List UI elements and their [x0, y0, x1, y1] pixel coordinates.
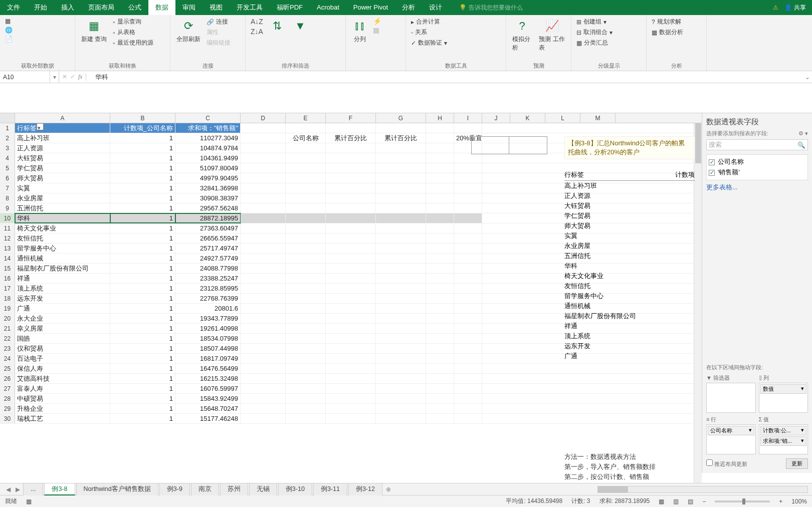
column-header-H[interactable]: H — [426, 113, 454, 123]
sort-desc[interactable]: Z↓A — [250, 27, 264, 36]
column-area[interactable]: 数值▾ — [759, 383, 808, 413]
cell-company[interactable]: 保信人寿 — [15, 364, 110, 373]
from-access[interactable]: ▦ — [4, 17, 14, 25]
from-table[interactable]: ▫ 从表格 — [112, 28, 154, 37]
column-header-K[interactable]: K — [510, 113, 545, 123]
zoom-level[interactable]: 100% — [791, 498, 807, 505]
cell-sales[interactable]: 26656.55947 — [175, 233, 241, 243]
row-header-14[interactable]: 14 — [0, 254, 15, 263]
recent-sources[interactable]: ▫ 最近使用的源 — [112, 38, 154, 48]
column-header-A[interactable]: A — [15, 113, 110, 123]
cell-company[interactable]: 富泰人寿 — [15, 384, 110, 393]
cell-sales[interactable]: 29567.56248 — [175, 203, 241, 213]
column-header-D[interactable]: D — [241, 113, 286, 123]
row-header-21[interactable]: 21 — [0, 324, 15, 333]
row-26[interactable]: 26艾德高科技116215.32498 — [0, 374, 702, 384]
row-header-8[interactable]: 8 — [0, 193, 15, 203]
row-header-11[interactable]: 11 — [0, 223, 15, 233]
cell-sales[interactable]: 15843.92499 — [175, 394, 241, 403]
row-area[interactable]: 公司名称▾ — [706, 424, 756, 454]
cell-sales[interactable]: 19261.40998 — [175, 324, 241, 333]
row-header-23[interactable]: 23 — [0, 344, 15, 353]
row-header-30[interactable]: 30 — [0, 414, 15, 423]
cell-count[interactable]: 1 — [110, 394, 175, 403]
row-header-26[interactable]: 26 — [0, 374, 15, 383]
forecast-button[interactable]: 📈预测 工作表 — [537, 17, 567, 53]
cell-company[interactable]: 幸义房屋 — [15, 324, 110, 333]
cell-count[interactable]: 1 — [110, 384, 175, 393]
cell-company[interactable]: 正人资源 — [15, 143, 110, 153]
cell-sales[interactable]: 28872.18995 — [175, 213, 241, 223]
view-normal-icon[interactable]: ▦ — [659, 498, 664, 505]
cell-company[interactable]: 广通 — [15, 304, 110, 313]
row-header-1[interactable]: 1 — [0, 123, 15, 133]
cell-sales[interactable]: 18534.07998 — [175, 334, 241, 343]
row-pill-company[interactable]: 公司名称▾ — [708, 426, 754, 435]
cell-count[interactable]: 1 — [110, 254, 175, 263]
cell-count[interactable]: 1 — [110, 374, 175, 383]
cell-company[interactable]: 椅天文化事业 — [15, 223, 110, 233]
sheet-tab-7[interactable]: 例3-10 — [278, 483, 312, 495]
cell-sales[interactable]: 27363.60497 — [175, 223, 241, 233]
cell-company[interactable]: 永业房屋 — [15, 193, 110, 203]
enter-icon[interactable]: ✓ — [70, 73, 75, 81]
cell-company[interactable]: 仪和贸易 — [15, 344, 110, 353]
filter-dropdown-icon[interactable] — [37, 123, 44, 130]
cell-sales[interactable]: 110277.3049 — [175, 133, 241, 143]
cell-company[interactable]: 顶上系统 — [15, 284, 110, 293]
cell-sales[interactable]: 30908.38397 — [175, 193, 241, 203]
row-header-9[interactable]: 9 — [0, 203, 15, 213]
sheet-tab-0[interactable]: ... — [23, 483, 43, 495]
row-header-20[interactable]: 20 — [0, 314, 15, 323]
cell-company[interactable]: 留学服务中心 — [15, 243, 110, 253]
field-pane-gear-icon[interactable]: ⚙ ▾ — [798, 130, 808, 137]
sort-asc[interactable]: A↓Z — [250, 17, 264, 26]
row-header-15[interactable]: 15 — [0, 264, 15, 273]
column-header-M[interactable]: M — [580, 113, 616, 123]
cell-sales[interactable]: 18507.44998 — [175, 344, 241, 353]
cell-company[interactable]: 友恒信托 — [15, 233, 110, 243]
sheet-tab-6[interactable]: 无锡 — [249, 483, 277, 495]
field-search[interactable]: 搜索 🔍 — [706, 139, 808, 150]
zoom-slider[interactable] — [715, 500, 770, 502]
data-validation[interactable]: ✓ 数据验证 ▾ — [410, 38, 448, 48]
formula-input[interactable]: 华科 — [92, 73, 803, 82]
cell-count[interactable]: 1 — [110, 193, 175, 203]
cell-count[interactable]: 1 — [110, 274, 175, 283]
flash-fill-icon[interactable]: ⚡ — [373, 17, 381, 25]
row-header-10[interactable]: 10 — [0, 213, 15, 223]
ribbon-tab-9[interactable]: 福昕PDF — [270, 0, 310, 15]
column-header-I[interactable]: I — [454, 113, 482, 123]
cell-sales[interactable]: 22768.76399 — [175, 294, 241, 303]
ribbon-tab-8[interactable]: 开发工具 — [230, 0, 270, 15]
cell-count[interactable]: 1 — [110, 223, 175, 233]
macro-record-icon[interactable]: ▦ — [26, 498, 32, 505]
cell-count[interactable]: 1 — [110, 334, 175, 343]
horizontal-scrollbar[interactable] — [597, 486, 808, 493]
row-header-27[interactable]: 27 — [0, 384, 15, 393]
cell-sales[interactable]: 104874.9784 — [175, 143, 241, 153]
cell-company[interactable]: 五洲信托 — [15, 203, 110, 213]
cell-company[interactable]: 艾德高科技 — [15, 374, 110, 383]
ribbon-tab-3[interactable]: 页面布局 — [81, 0, 121, 15]
show-queries[interactable]: ▫ 显示查询 — [112, 17, 154, 27]
sheet-tab-1[interactable]: 例3-8 — [44, 483, 75, 495]
defer-layout-checkbox[interactable]: 推迟布局更新 — [706, 459, 747, 468]
cell-sales[interactable]: 24927.57749 — [175, 254, 241, 263]
column-header-E[interactable]: E — [286, 113, 326, 123]
row-header-16[interactable]: 16 — [0, 274, 15, 283]
cell-count[interactable]: 1 — [110, 183, 175, 193]
pivot-rowlabel-header[interactable]: 行标签 — [15, 123, 110, 133]
cell-company[interactable]: 永大企业 — [15, 314, 110, 323]
cell-company[interactable]: 师大贸易 — [15, 173, 110, 183]
sheet-tab-4[interactable]: 南京 — [191, 483, 219, 495]
cancel-icon[interactable]: ✕ — [62, 73, 67, 81]
cell-count[interactable]: 1 — [110, 243, 175, 253]
column-header-F[interactable]: F — [326, 113, 376, 123]
worksheet-grid[interactable]: ABCDEFGHIJKLM 1行标签计数项_公司名称求和项："销售额"客户数销售… — [0, 113, 702, 483]
subtotal[interactable]: ▦ 分类汇总 — [575, 38, 614, 48]
cell-count[interactable]: 1 — [110, 284, 175, 293]
ribbon-tab-2[interactable]: 插入 — [54, 0, 81, 15]
sheet-tab-9[interactable]: 例3-12 — [348, 483, 382, 495]
cell-company[interactable]: 学仁贸易 — [15, 163, 110, 173]
